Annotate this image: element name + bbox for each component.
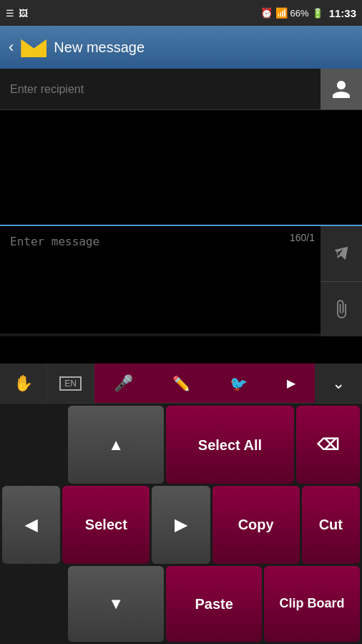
attach-button[interactable] (321, 282, 362, 337)
arrow-right-button[interactable] (152, 486, 210, 564)
status-left: ☰ 🖼 (6, 8, 28, 19)
paperclip-icon (331, 299, 351, 319)
cut-button[interactable]: Cut (302, 486, 360, 564)
language-button[interactable]: EN (47, 364, 94, 403)
battery-label: 66% (290, 8, 309, 19)
play-icon[interactable]: ▶ (287, 376, 295, 390)
hand-mode-button[interactable]: ✋ (0, 364, 47, 403)
message-input-area: 160/1 (0, 225, 362, 336)
message-textarea-wrap: 160/1 (0, 226, 321, 336)
header: ‹ New message (0, 26, 362, 69)
keyboard-row-3: Paste Clip Board (0, 564, 362, 644)
select-all-button[interactable]: Select All (166, 406, 294, 484)
battery-icon: 🔋 (312, 8, 323, 19)
back-button[interactable]: ‹ (9, 38, 14, 57)
message-input[interactable] (0, 226, 321, 333)
copy-button[interactable]: Copy (212, 486, 300, 564)
message-body (0, 110, 362, 225)
status-right: ⏰ 📶 66% 🔋 11:33 (260, 7, 356, 19)
twitter-button[interactable]: 🐦 (230, 375, 248, 392)
keyboard-row-1: Select All (0, 404, 362, 484)
hand-icon: ✋ (14, 374, 33, 393)
email-icon (21, 37, 47, 57)
en-box: EN (59, 376, 82, 391)
signal-icon: 📶 (275, 7, 288, 19)
contact-icon (331, 79, 352, 100)
arrow-down-button[interactable] (68, 566, 164, 642)
language-label: EN (59, 376, 82, 391)
time-label: 11:33 (329, 7, 356, 19)
send-button[interactable] (321, 226, 362, 282)
status-bar: ☰ 🖼 ⏰ 📶 66% 🔋 11:33 (0, 0, 362, 26)
keyboard-top-row: ✋ EN 🎤 ✏️ 🐦 ▶ ⌄ (0, 364, 362, 404)
edit-button[interactable]: ✏️ (172, 375, 190, 392)
backspace-button[interactable] (296, 406, 360, 484)
mic-button[interactable]: 🎤 (114, 374, 133, 393)
contact-picker-button[interactable] (321, 69, 362, 109)
alarm-icon: ⏰ (260, 7, 273, 19)
select-button[interactable]: Select (62, 486, 150, 564)
keyboard-container: ✋ EN 🎤 ✏️ 🐦 ▶ ⌄ Select All Select (0, 364, 362, 644)
chevron-down-icon: ⌄ (332, 374, 345, 393)
arrow-left-button[interactable] (2, 486, 60, 564)
notification-icon: ☰ (6, 8, 14, 19)
clipboard-button[interactable]: Clip Board (264, 566, 360, 642)
recipient-input[interactable] (0, 69, 321, 109)
arrow-up-button[interactable] (68, 406, 164, 484)
keyboard-hide-button[interactable]: ⌄ (315, 364, 362, 403)
keyboard-tool-buttons: 🎤 ✏️ 🐦 ▶ (94, 364, 315, 403)
keyboard-row-2: Select Copy Cut (0, 484, 362, 564)
paste-button[interactable]: Paste (166, 566, 262, 642)
send-icon (331, 243, 351, 263)
page-title: New message (54, 39, 353, 56)
char-count: 160/1 (290, 232, 315, 243)
message-actions (321, 226, 362, 336)
recipient-bar (0, 69, 362, 110)
image-icon: 🖼 (19, 8, 28, 19)
